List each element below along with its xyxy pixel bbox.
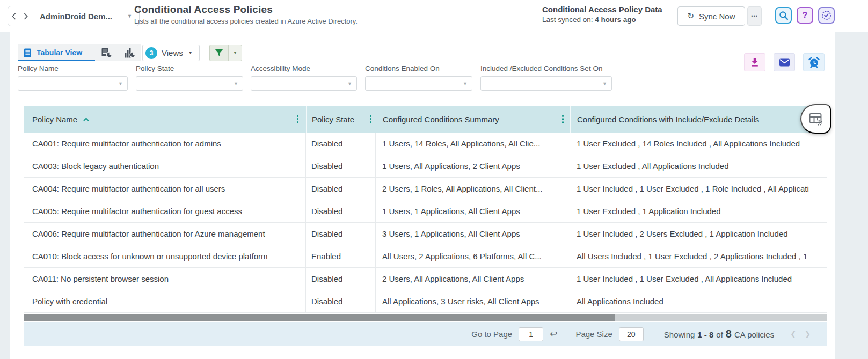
filter-funnel-icon (215, 49, 223, 57)
filter-button[interactable] (209, 45, 229, 61)
cell-policy-state: Disabled (306, 200, 376, 222)
chevron-right-icon (24, 13, 28, 20)
showing-summary: Showing 1 - 8 of 8 CA policies (664, 328, 774, 340)
table-row[interactable]: CA005: Require multifactor authenticatio… (24, 200, 827, 223)
cell-policy-state: Disabled (306, 133, 376, 155)
sync-now-button[interactable]: ↻ Sync Now (677, 6, 745, 26)
policy-name-input[interactable] (18, 77, 127, 90)
cell-conditions-summary: 1 Users, All Applications, 2 Client Apps (376, 155, 570, 177)
column-label: Configured Conditions Summary (383, 115, 499, 124)
back-button[interactable] (8, 6, 20, 26)
policy-state-combobox[interactable]: ▼ (136, 76, 243, 91)
cell-conditions-summary: All Applications, 3 User risks, All Clie… (376, 290, 570, 312)
cell-include-exclude: 1 User Excluded , All Applications Inclu… (570, 155, 827, 177)
tenant-selector[interactable]: AdminDroid Dem... ▼ (32, 6, 139, 26)
column-menu-icon[interactable] (295, 113, 301, 126)
last-synced-value: 4 hours ago (595, 16, 636, 24)
filter-label: Accessibility Mode (251, 64, 357, 72)
chart-report-view-button[interactable] (118, 44, 141, 61)
of-label: of (716, 330, 723, 339)
table-row[interactable]: CA011: No persistent browser session Dis… (24, 268, 827, 290)
cell-policy-state: Disabled (306, 290, 376, 312)
document-icon (24, 48, 32, 57)
search-button[interactable] (775, 7, 792, 24)
email-report-button[interactable] (774, 53, 795, 71)
column-header-conditions-summary[interactable]: Configured Conditions Summary (376, 106, 570, 133)
cell-policy-name: CA004: Require multifactor authenticatio… (24, 178, 306, 200)
table-row[interactable]: CA006: Require multifactor authenticatio… (24, 223, 827, 245)
last-synced-label: Last synced on: (542, 16, 593, 24)
download-button[interactable] (744, 53, 765, 71)
cell-policy-name: CA006: Require multifactor authenticatio… (24, 223, 306, 245)
report-actions (744, 53, 825, 71)
cell-policy-name: CA001: Require multifactor authenticatio… (24, 133, 306, 155)
policy-state-input[interactable] (136, 77, 243, 90)
included-excluded-input[interactable] (481, 77, 611, 90)
goto-page-arrow-icon[interactable]: ↩ (550, 328, 557, 340)
previous-page-button[interactable]: ❮ (790, 330, 796, 338)
cell-policy-name: CA010: Block access for unknown or unsup… (24, 245, 306, 267)
download-icon (750, 58, 760, 67)
column-header-include-exclude[interactable]: Configured Conditions with Include/Exclu… (570, 106, 827, 133)
conditions-enabled-combobox[interactable]: ▼ (365, 76, 472, 91)
table-row[interactable]: CA001: Require multifactor authenticatio… (24, 133, 827, 155)
chevron-down-icon: ▼ (118, 81, 123, 86)
next-page-button[interactable]: ❯ (805, 330, 811, 338)
forward-button[interactable] (20, 6, 32, 26)
filter-policy-state: Policy State ▼ (136, 64, 243, 91)
column-settings-button[interactable] (800, 104, 831, 134)
cell-policy-name: CA011: No persistent browser session (24, 268, 306, 290)
filter-label: Policy State (136, 64, 243, 72)
column-header-policy-name[interactable]: Policy Name (24, 106, 306, 133)
page-subtitle: Lists all the conditional access policie… (134, 17, 358, 25)
envelope-icon (779, 58, 790, 67)
goto-page-input[interactable] (519, 327, 543, 341)
goto-page-label: Go to Page (471, 329, 512, 339)
policy-name-combobox[interactable]: ▼ (18, 76, 128, 91)
cell-conditions-summary: 2 Users, All Applications, All Client Ap… (376, 268, 570, 290)
tab-tabular-view[interactable]: Tabular View (18, 44, 95, 61)
filter-label: Policy Name (18, 64, 128, 72)
data-source-title: Conditional Access Policy Data (542, 5, 662, 14)
column-label: Policy Name (32, 115, 77, 124)
horizontal-scrollbar[interactable] (24, 314, 827, 321)
filter-options-button[interactable]: ▼ (229, 45, 242, 61)
pagination-bar: Go to Page ↩ Page Size Showing 1 - 8 of … (24, 322, 827, 346)
table-row[interactable]: CA010: Block access for unknown or unsup… (24, 245, 827, 268)
page-size-input[interactable] (619, 327, 644, 341)
views-dropdown-button[interactable]: 3 Views ▼ (142, 45, 200, 61)
more-options-button[interactable]: ••• (747, 6, 762, 26)
cell-conditions-summary: All Users, 2 Applications, 6 Platforms, … (376, 245, 570, 267)
cell-include-exclude: All Users Included , 1 User Excluded , 2… (570, 245, 827, 267)
column-menu-icon[interactable] (368, 113, 374, 126)
table-header: Policy Name Policy State Configured Cond… (24, 106, 827, 133)
views-label: Views (162, 48, 183, 57)
included-excluded-combobox[interactable]: ▼ (480, 76, 612, 91)
showing-prefix: Showing (664, 330, 695, 339)
table-row[interactable]: CA003: Block legacy authentication Disab… (24, 155, 827, 178)
schedule-status-button[interactable] (818, 7, 835, 24)
summary-report-view-button[interactable] (95, 44, 118, 61)
chevron-down-icon: ▼ (602, 81, 607, 86)
scrollbar-thumb[interactable] (24, 314, 615, 321)
table-row[interactable]: CA004: Require multifactor authenticatio… (24, 178, 827, 200)
filter-label: Conditions Enabled On (365, 64, 472, 72)
cell-include-exclude: 1 User Excluded , 1 Application Included (570, 200, 827, 222)
alarm-clock-icon (808, 56, 820, 68)
refresh-icon: ↻ (687, 11, 694, 21)
filter-label: Included /Excluded Conditions Set On (480, 64, 612, 72)
cell-policy-name: CA005: Require multifactor authenticatio… (24, 200, 306, 222)
alert-schedule-button[interactable] (803, 53, 825, 71)
view-tabs: Tabular View (18, 44, 141, 61)
column-menu-icon[interactable] (560, 113, 566, 126)
accessibility-mode-input[interactable] (251, 77, 356, 90)
cell-policy-state: Disabled (306, 268, 376, 290)
help-button[interactable]: ? (797, 7, 813, 24)
cell-include-exclude: All Applications Included (570, 290, 827, 312)
chevron-down-icon: ▼ (463, 81, 468, 86)
conditions-enabled-input[interactable] (366, 77, 472, 90)
tab-tabular-view-label: Tabular View (37, 48, 82, 57)
column-header-policy-state[interactable]: Policy State (306, 106, 376, 133)
table-row[interactable]: Policy with credential Disabled All Appl… (24, 290, 827, 313)
accessibility-mode-combobox[interactable]: ▼ (251, 76, 357, 91)
